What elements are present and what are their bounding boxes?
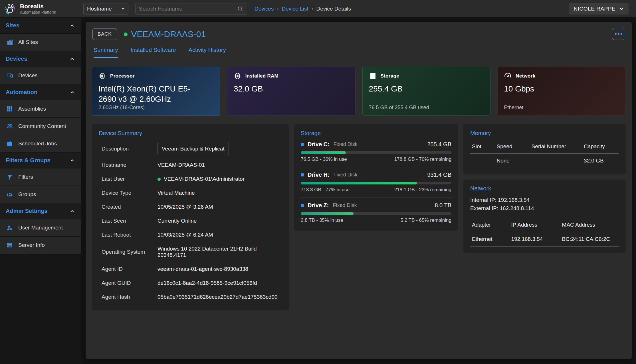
- tab-installed-software[interactable]: Installed Software: [131, 47, 176, 58]
- sidebar-item-groups[interactable]: Groups: [0, 186, 81, 203]
- content-area: BACK VEEAM-DRAAS-01 Summary Installed So…: [81, 18, 636, 364]
- sidebar-item-devices[interactable]: Devices: [0, 67, 81, 84]
- summary-row-last-seen: Last Seen Currently Online: [99, 214, 282, 228]
- sidebar-item-label: Scheduled Jobs: [18, 141, 57, 147]
- network-table-header: Adapter IP Address MAC Address: [470, 219, 619, 232]
- sidebar-section-label: Filters & Groups: [6, 157, 51, 164]
- drive-c-row: Drive C: Fixed Disk 255.4 GB 76.5 GB - 3…: [301, 141, 451, 167]
- page-title: VEEAM-DRAAS-01: [131, 29, 206, 39]
- sidebar-section-label: Devices: [6, 56, 27, 62]
- sidebar-item-server-info[interactable]: Server Info: [0, 237, 81, 254]
- summary-row-agent-guid: Agent GUID de16c0c1-8aa2-4d18-9585-9ce91…: [99, 276, 282, 290]
- breadcrumb-device-list[interactable]: Device List: [282, 6, 308, 12]
- network-card: Network 10 Gbps Ethernet: [497, 67, 626, 116]
- sidebar-section-sites[interactable]: Sites: [0, 18, 81, 34]
- speedometer-icon: [504, 72, 512, 80]
- internal-ip: Internal IP: 192.168.3.54: [470, 196, 619, 204]
- summary-row-created: Created 10/05/2025 @ 3:26 AM: [99, 200, 282, 214]
- search-input[interactable]: [139, 6, 237, 12]
- tab-bar: Summary Installed Software Activity Hist…: [92, 47, 626, 58]
- back-button[interactable]: BACK: [92, 29, 117, 40]
- chevron-up-icon: [69, 56, 75, 62]
- sidebar-section-filters-groups[interactable]: Filters & Groups: [0, 152, 81, 168]
- drive-bullet-icon: [301, 143, 304, 146]
- tab-summary[interactable]: Summary: [94, 47, 118, 58]
- card-title: Network: [516, 73, 535, 79]
- sidebar-item-label: User Management: [18, 225, 63, 231]
- brand-subtitle: Automation Platform: [20, 10, 56, 15]
- sidebar-item-label: Groups: [18, 191, 36, 198]
- memory-table-row: None 32.0 GB: [470, 154, 619, 168]
- sidebar-section-devices[interactable]: Devices: [0, 51, 81, 67]
- breadcrumb: Devices › Device List › Device Details: [255, 6, 351, 12]
- grid-icon: [6, 105, 13, 112]
- user-menu[interactable]: NICOLE RAPPE: [569, 3, 629, 15]
- description-input[interactable]: [158, 142, 229, 155]
- processor-card: Processor Intel(R) Xeon(R) CPU E5-2690 v…: [92, 67, 220, 116]
- memory-table-header: Slot Speed Serial Number Capacity: [470, 141, 619, 154]
- network-table-row: Ethernet 192.168.3.54 BC:24:11:CA:C6:2C: [470, 232, 619, 247]
- sidebar-item-scheduled-jobs[interactable]: Scheduled Jobs: [0, 135, 81, 152]
- user-gear-icon: [6, 224, 13, 231]
- search-field-selector[interactable]: Hostname: [83, 3, 128, 15]
- chevron-up-icon: [69, 158, 75, 163]
- drive-z-row: Drive Z: Fixed Disk 8.0 TB 2.8 TB - 35% …: [301, 202, 451, 224]
- ram-chip-icon: [234, 72, 241, 80]
- drive-bullet-icon: [301, 204, 304, 207]
- sidebar-item-filters[interactable]: Filters: [0, 168, 81, 186]
- sidebar-item-user-management[interactable]: User Management: [0, 219, 81, 237]
- tab-activity-history[interactable]: Activity History: [189, 47, 226, 58]
- devices-icon: [6, 72, 13, 79]
- breadcrumb-devices[interactable]: Devices: [255, 6, 274, 12]
- chevron-down-icon: [619, 6, 624, 11]
- drive-usage-bar: [301, 151, 451, 154]
- server-icon: [6, 242, 13, 249]
- card-value: Intel(R) Xeon(R) CPU E5-2690 v3 @ 2.60GH…: [98, 84, 208, 105]
- sidebar-section-label: Automation: [6, 89, 37, 95]
- search-icon[interactable]: [237, 6, 243, 12]
- more-actions-button[interactable]: [612, 28, 625, 40]
- server-stack-icon: [369, 72, 377, 80]
- online-status-dot: [158, 178, 161, 181]
- building-icon: [6, 39, 13, 46]
- summary-row-last-reboot: Last Reboot 10/03/2025 @ 6:24 AM: [99, 228, 282, 242]
- user-name: NICOLE RAPPE: [574, 6, 615, 12]
- cpu-icon: [98, 72, 106, 80]
- sidebar-section-automation[interactable]: Automation: [0, 84, 81, 100]
- card-title: Storage: [381, 73, 399, 79]
- card-value: 255.4 GB: [369, 84, 478, 94]
- sidebar-filler: [0, 254, 81, 364]
- card-footer: [234, 105, 349, 111]
- sidebar-item-assemblies[interactable]: Assemblies: [0, 100, 81, 118]
- card-footer: Ethernet: [504, 105, 619, 111]
- drive-usage-bar: [301, 212, 451, 215]
- panel-title: Memory: [470, 130, 619, 137]
- sidebar-section-admin-settings[interactable]: Admin Settings: [0, 203, 81, 219]
- sidebar-item-label: All Sites: [18, 39, 38, 45]
- card-value: 32.0 GB: [234, 84, 343, 94]
- groups-icon: [6, 191, 13, 198]
- sidebar: Sites All Sites Devices Devices Automati…: [0, 18, 81, 364]
- storage-card: Storage 255.4 GB 76.5 GB of 255.4 GB use…: [362, 67, 491, 116]
- card-footer: 76.5 GB of 255.4 GB used: [369, 105, 484, 111]
- summary-row-agent-hash: Agent Hash 05ba0e7935171d626ecea29b27d7a…: [99, 290, 282, 304]
- search-field-selected: Hostname: [87, 6, 112, 12]
- search-box: [135, 3, 247, 15]
- summary-row-operating-system: Operating System Windows 10 2022 Datacen…: [99, 242, 282, 262]
- brand: Borealis Automation Platform: [0, 2, 81, 15]
- chevron-up-icon: [69, 23, 75, 29]
- card-value: 10 Gbps: [504, 84, 613, 94]
- summary-row-agent-id: Agent ID veeam-draas-01-agent-svc-8930a3…: [99, 262, 282, 276]
- sidebar-item-community-content[interactable]: Community Content: [0, 118, 81, 135]
- rabbit-logo-icon: [3, 2, 17, 15]
- sidebar-item-all-sites[interactable]: All Sites: [0, 34, 81, 51]
- online-status-dot: [124, 32, 128, 36]
- sidebar-item-label: Devices: [18, 72, 38, 79]
- people-icon: [6, 123, 13, 130]
- sidebar-section-label: Admin Settings: [6, 208, 48, 214]
- breadcrumb-current: Device Details: [316, 6, 351, 12]
- memory-panel: Memory Slot Speed Serial Number Capacity…: [463, 124, 626, 174]
- filter-icon: [6, 174, 13, 180]
- page-header: BACK VEEAM-DRAAS-01: [92, 29, 626, 40]
- summary-row-hostname: Hostname VEEAM-DRAAS-01: [99, 158, 282, 172]
